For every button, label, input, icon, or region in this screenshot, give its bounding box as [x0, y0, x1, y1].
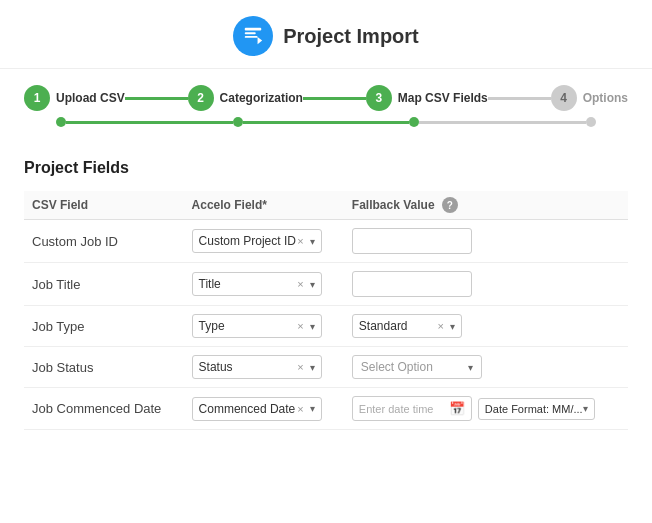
clear-accelo-field-0[interactable]: ×	[297, 235, 303, 247]
date-input-4[interactable]: Enter date time 📅	[352, 396, 472, 421]
accelo-field-wrap: Commenced Date × ▾	[192, 397, 336, 421]
accelo-field-arrow-2: ▾	[310, 321, 315, 332]
svg-rect-0	[245, 28, 262, 31]
progress-dot-2	[233, 117, 243, 127]
csv-field-label: Job Title	[32, 277, 80, 292]
table-row: Custom Job ID Custom Project ID × ▾	[24, 220, 628, 263]
csv-field-label: Custom Job ID	[32, 234, 118, 249]
accelo-field-wrap: Title × ▾	[192, 272, 336, 296]
progress-line-1	[66, 121, 233, 124]
step-2-circle: 2	[188, 85, 214, 111]
step-4-label: Options	[583, 91, 628, 105]
steps-container: 1 Upload CSV 2 Categorization 3 Map CSV …	[0, 69, 652, 143]
svg-rect-1	[245, 32, 256, 34]
step-2-label: Categorization	[220, 91, 303, 105]
progress-dot-1	[56, 117, 66, 127]
step-1-label: Upload CSV	[56, 91, 125, 105]
accelo-field-select-2[interactable]: Type × ▾	[192, 314, 322, 338]
step-4[interactable]: 4 Options	[551, 85, 628, 111]
progress-dot-3	[409, 117, 419, 127]
col-header-csv: CSV Field	[24, 191, 184, 220]
fields-table: CSV Field Accelo Field* Fallback Value ?…	[24, 191, 628, 430]
connector-1-2	[125, 97, 188, 100]
date-format-select-4[interactable]: Date Format: MM/... ▾	[478, 398, 595, 420]
csv-field-label: Job Status	[32, 360, 93, 375]
csv-field-label: Job Commenced Date	[32, 401, 161, 416]
accelo-field-arrow-1: ▾	[310, 279, 315, 290]
connector-2-3	[303, 97, 366, 100]
clear-accelo-field-2[interactable]: ×	[297, 320, 303, 332]
table-row: Job Commenced Date Commenced Date × ▾	[24, 388, 628, 430]
fallback-wrap-2: Standard × ▾	[352, 314, 620, 338]
accelo-field-arrow-3: ▾	[310, 362, 315, 373]
step-1-circle: 1	[24, 85, 50, 111]
fallback-help-icon: ?	[442, 197, 458, 213]
table-row: Job Type Type × ▾	[24, 306, 628, 347]
step-3[interactable]: 3 Map CSV Fields	[366, 85, 488, 111]
accelo-field-arrow-0: ▾	[310, 236, 315, 247]
page-header: Project Import	[0, 0, 652, 69]
fallback-wrap-4: Enter date time 📅 Date Format: MM/... ▾	[352, 396, 620, 421]
fallback-select-option-3[interactable]: Select Option ▾	[352, 355, 482, 379]
accelo-field-select-1[interactable]: Title × ▾	[192, 272, 322, 296]
table-row: Job Title Title × ▾	[24, 263, 628, 306]
connector-3-4	[488, 97, 551, 100]
calendar-icon: 📅	[449, 401, 465, 416]
csv-field-label: Job Type	[32, 319, 85, 334]
step-1[interactable]: 1 Upload CSV	[24, 85, 125, 111]
progress-line-2	[243, 121, 410, 124]
clear-accelo-field-4[interactable]: ×	[297, 403, 303, 415]
clear-accelo-field-3[interactable]: ×	[297, 361, 303, 373]
col-header-fallback: Fallback Value ?	[344, 191, 628, 220]
content-area: Project Fields CSV Field Accelo Field* F…	[0, 143, 652, 446]
clear-fallback-2[interactable]: ×	[437, 320, 443, 332]
step-3-label: Map CSV Fields	[398, 91, 488, 105]
fallback-arrow-3: ▾	[468, 362, 473, 373]
progress-dot-4	[586, 117, 596, 127]
progress-line-3	[419, 121, 586, 124]
accelo-field-wrap: Custom Project ID × ▾	[192, 229, 336, 253]
page-title: Project Import	[283, 25, 419, 48]
step-3-circle: 3	[366, 85, 392, 111]
fallback-arrow-2: ▾	[450, 321, 455, 332]
fallback-input-0[interactable]	[352, 228, 472, 254]
accelo-field-wrap: Type × ▾	[192, 314, 336, 338]
progress-dots	[24, 117, 628, 127]
svg-marker-3	[258, 37, 263, 44]
steps-row: 1 Upload CSV 2 Categorization 3 Map CSV …	[24, 85, 628, 111]
step-4-circle: 4	[551, 85, 577, 111]
fallback-input-1[interactable]	[352, 271, 472, 297]
date-format-arrow-4: ▾	[583, 403, 588, 414]
fallback-select-2[interactable]: Standard × ▾	[352, 314, 462, 338]
accelo-field-select-0[interactable]: Custom Project ID × ▾	[192, 229, 322, 253]
project-import-icon	[233, 16, 273, 56]
accelo-field-wrap: Status × ▾	[192, 355, 336, 379]
accelo-field-select-3[interactable]: Status × ▾	[192, 355, 322, 379]
step-2[interactable]: 2 Categorization	[188, 85, 303, 111]
accelo-field-arrow-4: ▾	[310, 403, 315, 414]
accelo-field-select-4[interactable]: Commenced Date × ▾	[192, 397, 322, 421]
svg-rect-2	[245, 36, 258, 38]
table-row: Job Status Status × ▾ Sel	[24, 347, 628, 388]
clear-accelo-field-1[interactable]: ×	[297, 278, 303, 290]
section-title: Project Fields	[24, 159, 628, 177]
col-header-accelo: Accelo Field*	[184, 191, 344, 220]
